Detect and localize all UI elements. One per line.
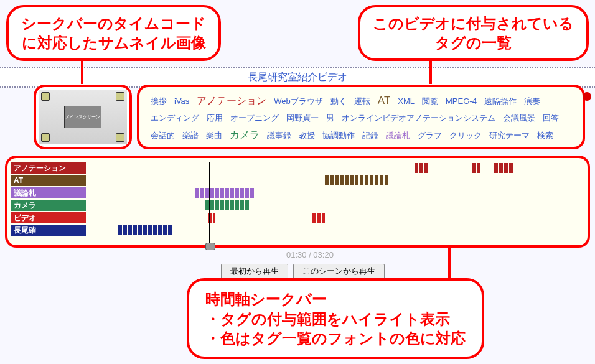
tag-item[interactable]: 楽譜	[182, 130, 199, 141]
thumbnail-panel: メインスクリーン	[34, 85, 132, 149]
timeline-segment[interactable]	[325, 175, 390, 185]
tag-item[interactable]: 運転	[354, 96, 370, 107]
thumb-node	[116, 92, 124, 101]
tag-item[interactable]: iVas	[174, 96, 189, 106]
track-lane[interactable]	[86, 212, 584, 223]
tag-item[interactable]: 再生	[271, 147, 287, 149]
tag-item[interactable]: 協調動作	[322, 130, 355, 141]
timeline-segment[interactable]	[415, 163, 429, 173]
tag-item[interactable]: 楽曲	[206, 130, 222, 141]
callout-text: 時間軸シークバー ・タグの付与範囲をハイライト表示 ・色はタグ一覧のフォントの色…	[205, 291, 466, 346]
tag-item[interactable]: 遠隔操作	[484, 96, 517, 107]
track-label: 長尾確	[11, 225, 86, 236]
thumb-node	[41, 92, 50, 101]
tag-item[interactable]: 議論札	[386, 130, 410, 141]
timeline-panel: アノテーションAT議論札カメラビデオ長尾確	[5, 156, 590, 248]
tag-item[interactable]: アノテーション	[197, 95, 266, 108]
callout-timeline: 時間軸シークバー ・タグの付与範囲をハイライト表示 ・色はタグ一覧のフォントの色…	[187, 278, 484, 359]
timeline-track: アノテーション	[11, 162, 584, 174]
tag-item[interactable]: 男	[326, 113, 334, 124]
tag-item[interactable]: オープニング	[230, 113, 279, 124]
callout-tags: このビデオに付与されている タグの一覧	[358, 5, 589, 61]
timeline-segment[interactable]	[312, 213, 325, 223]
tag-item[interactable]: 会議風景	[503, 113, 535, 124]
track-label: AT	[11, 175, 86, 186]
timecode-display: 01:30 / 03:20	[286, 250, 334, 259]
play-from-scene-button[interactable]: このシーンから再生	[293, 264, 385, 279]
tag-item[interactable]: 岡野貞一	[286, 113, 319, 124]
timeline-track: 長尾確	[11, 224, 584, 236]
track-lane[interactable]	[86, 225, 584, 236]
tag-item[interactable]: 回答	[543, 113, 559, 124]
tag-item[interactable]: 個人用知的移動体	[151, 147, 215, 149]
tag-item[interactable]: 教授	[299, 130, 315, 141]
playhead[interactable]	[209, 162, 210, 244]
callout-text: シークバーのタイムコード に対応したサムネイル画像	[21, 15, 206, 51]
timeline-segment[interactable]	[472, 163, 482, 173]
timeline-track: AT	[11, 174, 584, 187]
tag-item[interactable]: グラフ	[418, 130, 442, 141]
tag-item[interactable]: 挨拶	[151, 96, 167, 107]
tag-item[interactable]: Webブラウザ	[274, 96, 323, 107]
thumbnail-image[interactable]: メインスクリーン	[39, 90, 127, 144]
callout-text: このビデオに付与されている タグの一覧	[373, 15, 574, 51]
connector-line	[429, 59, 432, 84]
timeline-segment[interactable]	[118, 225, 173, 235]
tag-item[interactable]: 議事録	[267, 130, 291, 141]
thumb-screen-label: メインスクリーン	[64, 106, 101, 128]
tag-item[interactable]: 演奏	[524, 96, 540, 107]
tag-item[interactable]: 検索	[537, 130, 553, 141]
tag-item[interactable]: 閲覧	[422, 96, 438, 107]
tag-item[interactable]: カメラ	[230, 129, 260, 142]
tag-list-panel: 挨拶iVasアノテーションWebブラウザ動く運転ATXML閲覧MPEG-4遠隔操…	[137, 85, 585, 149]
tag-item[interactable]: XML	[398, 96, 415, 106]
thumb-node	[41, 133, 50, 142]
tag-item[interactable]: 動く	[330, 96, 347, 107]
tag-item[interactable]: エンディング	[151, 113, 199, 124]
track-lane[interactable]	[86, 200, 584, 211]
timeline-track: ビデオ	[11, 212, 584, 224]
tag-item[interactable]: MPEG-4	[446, 96, 477, 106]
tag-item[interactable]: 応用	[207, 113, 223, 124]
tag-item[interactable]: AT	[378, 95, 390, 107]
tag-item[interactable]: コンセプト	[223, 147, 263, 149]
connector-line	[448, 246, 451, 280]
tag-item[interactable]: オンラインビデオアノテーションシステム	[342, 113, 495, 124]
track-lane[interactable]	[86, 162, 584, 174]
timeline-track: カメラ	[11, 199, 584, 212]
tag-item[interactable]: 記録	[362, 130, 378, 141]
record-icon	[583, 92, 591, 101]
track-label: カメラ	[11, 200, 86, 211]
track-lane[interactable]	[86, 187, 584, 198]
track-lane[interactable]	[86, 175, 584, 186]
callout-thumbnail: シークバーのタイムコード に対応したサムネイル画像	[6, 5, 221, 61]
track-label: 議論札	[11, 187, 86, 198]
timeline-segment[interactable]	[195, 188, 255, 198]
timeline-segment[interactable]	[494, 163, 514, 173]
tag-item[interactable]: 会話的	[151, 130, 175, 141]
tag-item[interactable]: 研究テーマ	[489, 130, 530, 141]
play-button-row: 最初から再生 このシーンから再生	[221, 264, 385, 279]
track-label: ビデオ	[11, 212, 86, 223]
timeline-track: 議論札	[11, 187, 584, 199]
track-label: アノテーション	[11, 162, 86, 174]
timeline-tracks[interactable]: アノテーションAT議論札カメラビデオ長尾確	[11, 162, 584, 236]
play-from-start-button[interactable]: 最初から再生	[221, 264, 288, 279]
timeline-segment[interactable]	[205, 200, 250, 210]
tag-item[interactable]: クリック	[449, 130, 482, 141]
thumb-node	[116, 133, 124, 142]
connector-line	[81, 59, 83, 84]
